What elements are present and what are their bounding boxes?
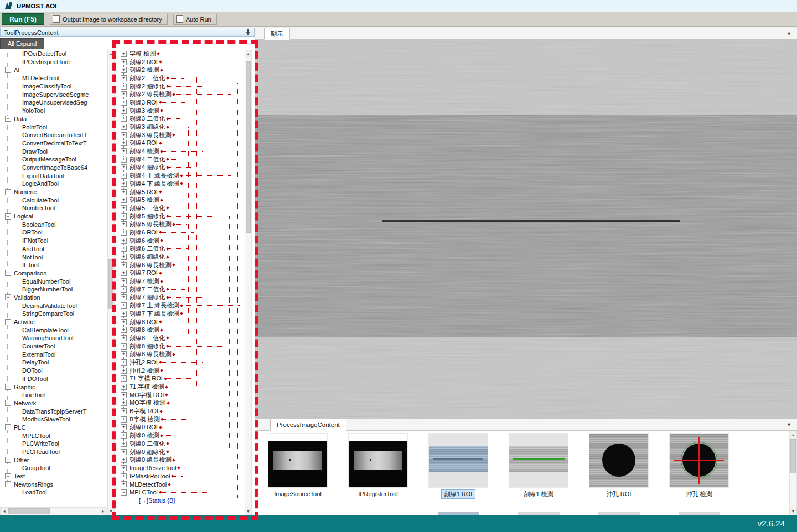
process-tree-item[interactable]: +刻線0 細線化 bbox=[115, 448, 245, 456]
tool-tree-item[interactable]: −Other bbox=[0, 456, 107, 464]
process-tree-item[interactable]: +刻線3 二值化 bbox=[115, 115, 245, 123]
expand-icon[interactable]: + bbox=[121, 473, 127, 479]
expand-icon[interactable]: + bbox=[121, 294, 127, 300]
scrollbar-thumb[interactable] bbox=[790, 439, 796, 473]
tool-tree-item[interactable]: ORTool bbox=[0, 228, 107, 237]
expand-icon[interactable]: + bbox=[121, 335, 127, 341]
scroll-down-icon[interactable]: ▼ bbox=[245, 508, 251, 515]
tool-tree-item[interactable]: LineTool bbox=[0, 391, 107, 399]
expand-icon[interactable]: + bbox=[121, 238, 127, 244]
collapse-icon[interactable]: − bbox=[5, 424, 11, 430]
expand-icon[interactable]: + bbox=[121, 124, 127, 130]
process-tree-item[interactable]: +刻線5 細線化 bbox=[115, 212, 245, 221]
process-tree-item[interactable]: +刻線2 細線化 bbox=[115, 82, 245, 91]
process-tree-item[interactable]: +刻線5 檢測 bbox=[115, 196, 245, 204]
process-tree-item[interactable]: +刻線0 二值化 bbox=[115, 440, 245, 448]
tool-tree-item[interactable]: −Activitie bbox=[0, 318, 107, 326]
expand-icon[interactable]: + bbox=[121, 465, 127, 471]
process-tree-item[interactable]: +刻線3 檢測 bbox=[115, 107, 245, 115]
expand-icon[interactable]: + bbox=[121, 392, 127, 398]
process-tree-item[interactable]: +刻線2 二值化 bbox=[115, 74, 245, 82]
display-image[interactable] bbox=[255, 40, 797, 419]
output-image-checkbox[interactable] bbox=[53, 15, 60, 23]
expand-icon[interactable]: + bbox=[121, 108, 127, 114]
process-tree-item[interactable]: +刻線2 ROI bbox=[115, 58, 245, 66]
process-tree-item[interactable]: +刻線7 細線化 bbox=[115, 294, 245, 302]
scrollbar-thumb[interactable] bbox=[108, 259, 113, 309]
expand-icon[interactable]: + bbox=[121, 173, 127, 179]
process-tree-item[interactable]: +ImageResizeTool bbox=[115, 464, 245, 472]
process-tree-item[interactable]: +刻線0 線長檢測 bbox=[115, 456, 245, 464]
collapse-icon[interactable]: − bbox=[5, 473, 11, 479]
collapse-icon[interactable]: − bbox=[5, 213, 11, 220]
collapse-icon[interactable]: − bbox=[5, 319, 11, 325]
expand-icon[interactable]: + bbox=[121, 84, 127, 90]
tool-tree-item[interactable]: OutputMessageTool bbox=[0, 155, 107, 164]
tool-tree-item[interactable]: IFDOTool bbox=[0, 375, 107, 383]
process-tree-item[interactable]: +刻線4 下 線長檢測 bbox=[115, 180, 245, 188]
output-image-option[interactable]: Output Image to workspace directory bbox=[50, 14, 168, 25]
tool-tree-item[interactable]: PLCReadTool bbox=[0, 448, 107, 456]
tool-tree-item[interactable]: −NewtonsRings bbox=[0, 480, 107, 488]
expand-icon[interactable]: + bbox=[121, 221, 127, 227]
tool-tree-item[interactable]: −Validation bbox=[0, 294, 107, 302]
process-tree-item[interactable]: +71.字模 ROI bbox=[115, 375, 245, 383]
scroll-right-icon[interactable]: ► bbox=[100, 508, 107, 515]
process-tree-item[interactable]: +刻線6 檢測 bbox=[115, 237, 245, 245]
process-tree-item[interactable]: +刻線4 ROI bbox=[115, 139, 245, 148]
expand-icon[interactable]: + bbox=[121, 278, 127, 284]
expand-icon[interactable]: + bbox=[121, 432, 127, 439]
expand-icon[interactable]: + bbox=[121, 384, 127, 390]
process-tree-item[interactable]: +刻線8 二值化 bbox=[115, 334, 245, 342]
expand-icon[interactable]: + bbox=[121, 351, 127, 357]
collapse-icon[interactable]: − bbox=[5, 116, 11, 122]
process-tree-item[interactable]: +刻線4 細線化 bbox=[115, 164, 245, 172]
tool-tree-item[interactable]: −PLC bbox=[0, 424, 107, 432]
scroll-down-icon[interactable]: ▼ bbox=[108, 508, 114, 515]
expand-icon[interactable]: + bbox=[121, 157, 127, 163]
tool-tree-item[interactable]: LogicAndTool bbox=[0, 180, 107, 188]
scroll-down-icon[interactable]: ▼ bbox=[790, 508, 796, 515]
collapse-icon[interactable]: − bbox=[5, 481, 11, 487]
expand-icon[interactable]: + bbox=[121, 286, 127, 293]
scrollbar-thumb[interactable] bbox=[8, 508, 50, 514]
process-tree-item[interactable]: +刻線3 ROI bbox=[115, 98, 245, 107]
process-tree-item[interactable]: +刻線7 檢測 bbox=[115, 277, 245, 285]
expand-icon[interactable]: + bbox=[121, 164, 127, 170]
process-tree-item[interactable]: +刻線8 檢測 bbox=[115, 326, 245, 334]
auto-run-checkbox[interactable] bbox=[176, 15, 183, 23]
collapse-icon[interactable]: − bbox=[5, 294, 11, 300]
tool-tree-item[interactable]: IFNotTool bbox=[0, 237, 107, 245]
thumbnail-vscrollbar[interactable]: ▲ ▼ bbox=[789, 431, 797, 515]
tool-tree-item[interactable]: MPLCTool bbox=[0, 431, 107, 440]
tool-tree-item[interactable]: DataTransTcpIpServerT bbox=[0, 407, 107, 415]
tool-tree-item[interactable]: YoloTool bbox=[0, 107, 107, 115]
tool-tree-item[interactable]: DecimalValidateTool bbox=[0, 301, 107, 310]
tool-tree-item[interactable]: CounterTool bbox=[0, 342, 107, 351]
process-tree-item[interactable]: +刻線6 線長檢測 bbox=[115, 261, 245, 269]
collapse-icon[interactable]: − bbox=[5, 67, 11, 73]
tool-tree-item[interactable]: WarningSoundTool bbox=[0, 334, 107, 342]
expand-icon[interactable]: + bbox=[121, 148, 127, 154]
tool-tree-item[interactable]: EqualNumberTool bbox=[0, 277, 107, 285]
process-tree-item[interactable]: +MO字模 檢測 bbox=[115, 399, 245, 408]
expand-icon[interactable]: + bbox=[121, 197, 127, 203]
expand-icon[interactable]: + bbox=[121, 181, 127, 187]
process-tree-item[interactable]: +刻線8 ROI bbox=[115, 318, 245, 326]
process-tree-item[interactable]: −MPLCTool bbox=[115, 488, 245, 497]
process-tree-item[interactable]: +IPMaskRoiTool bbox=[115, 472, 245, 481]
tool-tree-item[interactable]: BiggerNumberTool bbox=[0, 285, 107, 294]
process-tree-item[interactable]: +MLDetectTool bbox=[115, 480, 245, 488]
tab-process-image-content[interactable]: ProcessImageContent bbox=[270, 419, 346, 431]
thumbnail-label[interactable]: ImageSourceTool bbox=[268, 490, 327, 498]
expand-icon[interactable]: + bbox=[121, 311, 127, 317]
tool-tree-vscrollbar[interactable]: ▲ ▼ bbox=[107, 50, 115, 515]
tab-list-dropdown-icon[interactable]: ▼ bbox=[786, 31, 791, 36]
process-tree-item[interactable]: +刻線5 二值化 bbox=[115, 204, 245, 212]
tool-tree-hscrollbar[interactable]: ◄ ► bbox=[0, 507, 107, 515]
thumbnail-2[interactable]: IPRegisterTool bbox=[349, 434, 407, 515]
tab-list-dropdown-icon[interactable]: ▼ bbox=[786, 422, 791, 427]
expand-icon[interactable]: + bbox=[121, 375, 127, 382]
process-tree-item[interactable]: +刻線8 線長檢測 bbox=[115, 350, 245, 358]
tool-tree-item[interactable]: −Data bbox=[0, 115, 107, 123]
